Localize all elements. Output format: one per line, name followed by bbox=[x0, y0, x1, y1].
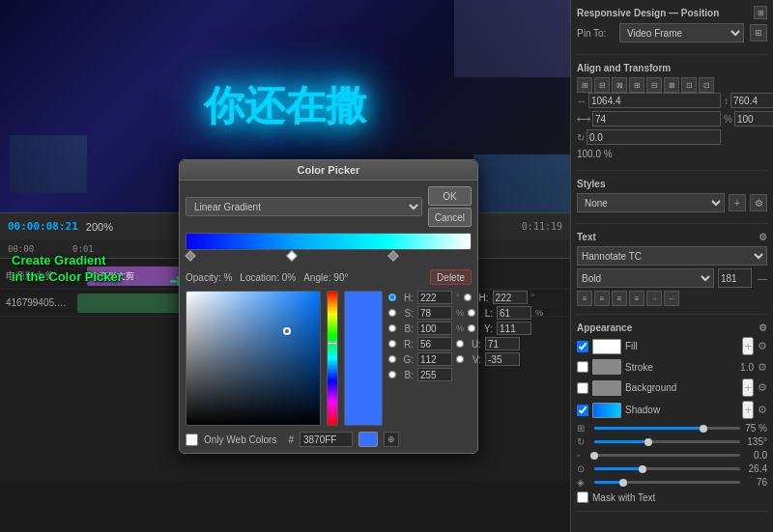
gradient-stop-right[interactable] bbox=[388, 252, 398, 266]
h2-value-input[interactable] bbox=[493, 291, 528, 304]
pin-settings-button[interactable]: ⊞ bbox=[750, 24, 767, 42]
hsb-h-radio[interactable] bbox=[388, 294, 396, 301]
rgb-b2-radio[interactable] bbox=[388, 371, 396, 378]
text-align-center-button[interactable]: ≡ bbox=[594, 291, 610, 306]
shadow-angle-thumb[interactable] bbox=[644, 438, 652, 446]
text-indent-button[interactable]: → bbox=[646, 291, 662, 306]
rgb-r-radio[interactable] bbox=[388, 340, 396, 348]
text-align-left-button[interactable]: ≡ bbox=[577, 291, 592, 306]
background-gear-icon[interactable]: ⚙ bbox=[758, 381, 767, 394]
background-swatch[interactable] bbox=[592, 380, 621, 396]
v-radio[interactable] bbox=[456, 355, 464, 363]
shadow-val1-thumb[interactable] bbox=[590, 452, 598, 460]
align-center-v-button[interactable]: ⊟ bbox=[646, 77, 662, 93]
styles-select[interactable]: None bbox=[577, 193, 725, 212]
fill-gear-icon[interactable]: ⚙ bbox=[758, 340, 767, 352]
hsb-h2-radio[interactable] bbox=[464, 294, 472, 301]
text-align-right-button[interactable]: ≡ bbox=[612, 291, 627, 306]
color-preview-swatch[interactable] bbox=[344, 291, 383, 426]
text-align-justify-button[interactable]: ≡ bbox=[629, 291, 644, 306]
h-unit: ° bbox=[456, 293, 460, 302]
l-value-input[interactable] bbox=[497, 306, 531, 320]
r-value-input[interactable] bbox=[417, 337, 452, 350]
shadow-percent-thumb[interactable] bbox=[700, 425, 707, 433]
background-checkbox[interactable] bbox=[577, 382, 588, 394]
dialog-cancel-button[interactable]: Cancel bbox=[428, 208, 472, 227]
responsive-icon-btn[interactable]: ⊞ bbox=[754, 6, 767, 19]
shadow-val3-slider[interactable] bbox=[594, 481, 740, 484]
align-right-button[interactable]: ⊠ bbox=[612, 77, 627, 93]
hue-bar[interactable] bbox=[327, 291, 338, 426]
font-size-input[interactable] bbox=[718, 268, 752, 288]
b-value-input[interactable] bbox=[417, 322, 452, 335]
g-value-input[interactable] bbox=[417, 352, 452, 366]
hex-value-input[interactable] bbox=[300, 432, 353, 447]
distribute-v-button[interactable]: ⊡ bbox=[699, 77, 714, 93]
font-style-select[interactable]: Bold bbox=[577, 268, 714, 288]
shadow-checkbox[interactable] bbox=[577, 405, 588, 416]
b2-label: B: bbox=[400, 370, 414, 380]
x-input[interactable] bbox=[588, 93, 721, 108]
shadow-val1-slider[interactable] bbox=[594, 454, 740, 457]
gradient-type-select[interactable]: Linear Gradient bbox=[186, 197, 422, 216]
gradient-stop-left[interactable] bbox=[186, 252, 195, 266]
color-spectrum[interactable] bbox=[186, 291, 321, 426]
shadow-gear-icon[interactable]: ⚙ bbox=[758, 404, 767, 416]
styles-title: Styles bbox=[577, 179, 605, 189]
s-value-input[interactable] bbox=[417, 306, 452, 320]
text-gear-icon[interactable]: ⚙ bbox=[759, 232, 767, 242]
h-value-input[interactable] bbox=[417, 291, 452, 304]
font-select[interactable]: Hannotate TC bbox=[577, 246, 767, 266]
u-value-input[interactable] bbox=[485, 337, 520, 350]
fill-add-button[interactable]: + bbox=[742, 337, 754, 355]
shadow-val2-thumb[interactable] bbox=[639, 465, 646, 473]
align-bottom-button[interactable]: ⊠ bbox=[664, 77, 679, 93]
u-radio[interactable] bbox=[456, 340, 464, 348]
shadow-angle-slider[interactable] bbox=[594, 440, 740, 443]
background-add-button[interactable]: + bbox=[742, 378, 754, 397]
styles-add-button[interactable]: + bbox=[729, 194, 746, 211]
text-outdent-button[interactable]: ← bbox=[664, 291, 679, 306]
gradient-stop-mid[interactable] bbox=[287, 252, 297, 266]
rotation-input[interactable] bbox=[587, 129, 721, 145]
color-swatch-small[interactable] bbox=[358, 432, 378, 447]
y-input[interactable] bbox=[730, 93, 773, 108]
l-radio[interactable] bbox=[468, 309, 475, 317]
b2-value-input[interactable] bbox=[417, 368, 452, 381]
hsb-s-radio[interactable] bbox=[388, 309, 396, 317]
responsive-design-section: Responsive Design — Position ⊞ Pin To: V… bbox=[577, 6, 767, 55]
scale-input[interactable] bbox=[734, 111, 773, 126]
styles-settings-button[interactable]: ⚙ bbox=[750, 194, 767, 211]
video-overlay-text: 你还在撒 bbox=[204, 79, 366, 133]
y-value-input[interactable] bbox=[497, 322, 531, 335]
shadow-swatch[interactable] bbox=[592, 403, 621, 418]
fill-checkbox[interactable] bbox=[577, 341, 588, 352]
fill-swatch[interactable] bbox=[592, 339, 621, 354]
shadow-val2-slider[interactable] bbox=[594, 467, 740, 470]
hsb-b-radio[interactable] bbox=[388, 324, 396, 332]
align-left-button[interactable]: ⊞ bbox=[577, 77, 592, 93]
eyedropper-button[interactable]: ⊕ bbox=[384, 432, 399, 447]
stroke-gear-icon[interactable]: ⚙ bbox=[758, 361, 767, 374]
dialog-ok-button[interactable]: OK bbox=[428, 186, 472, 206]
align-center-h-button[interactable]: ⊟ bbox=[594, 77, 610, 93]
opacity-row: Opacity: % Location: 0% Angle: 90° Delet… bbox=[186, 269, 472, 285]
color-picker-main: H: ° H: ° S: % bbox=[186, 291, 472, 426]
mask-with-text-checkbox[interactable] bbox=[577, 491, 588, 503]
delete-stop-button[interactable]: Delete bbox=[430, 269, 472, 285]
rgb-g-radio[interactable] bbox=[388, 355, 396, 363]
shadow-percent-slider[interactable] bbox=[594, 427, 740, 430]
v-value-input[interactable] bbox=[485, 352, 520, 366]
stroke-swatch[interactable] bbox=[592, 359, 621, 375]
shadow-val3-thumb[interactable] bbox=[619, 479, 627, 487]
gradient-bar-container[interactable] bbox=[186, 233, 472, 250]
shadow-add-button[interactable]: + bbox=[742, 401, 754, 419]
stroke-checkbox[interactable] bbox=[577, 361, 588, 373]
y-radio[interactable] bbox=[468, 324, 475, 332]
w-input[interactable] bbox=[592, 111, 721, 126]
distribute-h-button[interactable]: ⊡ bbox=[681, 77, 697, 93]
pin-to-select[interactable]: Video Frame bbox=[619, 23, 744, 42]
align-top-button[interactable]: ⊞ bbox=[629, 77, 644, 93]
only-web-colors-checkbox[interactable] bbox=[186, 434, 198, 446]
appearance-gear-icon[interactable]: ⚙ bbox=[759, 322, 767, 333]
